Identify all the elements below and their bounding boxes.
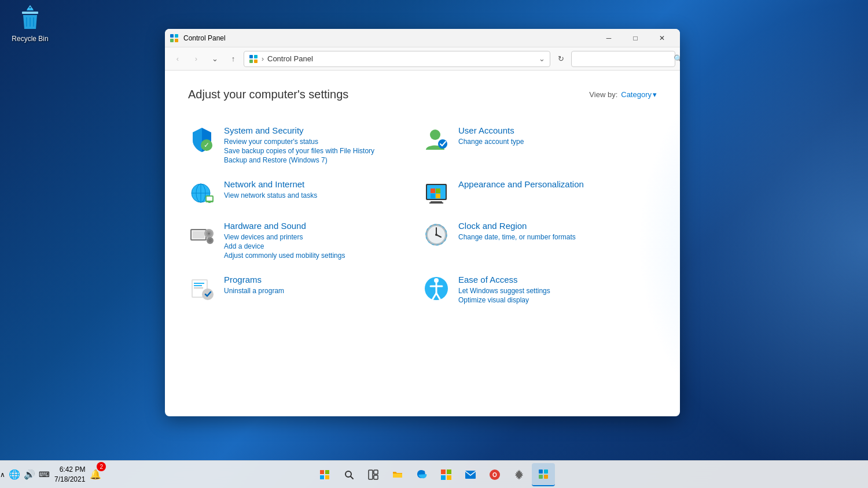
category-ease-access: Ease of Access Let Windows suggest setti… — [422, 268, 657, 312]
maximize-button[interactable]: □ — [622, 29, 649, 47]
network-internet-title[interactable]: Network and Internet — [224, 179, 413, 189]
backup-files-link[interactable]: Save backup copies of your files with Fi… — [224, 147, 413, 155]
svg-rect-6 — [254, 55, 258, 58]
svg-point-12 — [438, 139, 447, 149]
svg-rect-27 — [429, 202, 443, 204]
svg-rect-65 — [447, 469, 451, 474]
recycle-bin[interactable]: Recycle Bin — [7, 5, 53, 43]
category-appearance: Appearance and Personalization — [422, 172, 657, 214]
uninstall-link[interactable]: Uninstall a program — [224, 287, 413, 295]
notification-badge: 2 — [97, 462, 106, 471]
review-status-link[interactable]: Review your computer's status — [224, 138, 413, 146]
mobility-settings-link[interactable]: Adjust commonly used mobility settings — [224, 252, 413, 260]
backup-restore-link[interactable]: Backup and Restore (Windows 7) — [224, 156, 413, 164]
view-by-value[interactable]: Category ▾ — [621, 90, 657, 99]
address-field[interactable]: › Control Panel ⌄ — [244, 51, 550, 67]
clock[interactable]: 6:42 PM 7/18/2021 — [54, 465, 85, 485]
svg-rect-64 — [441, 469, 446, 474]
back-button[interactable]: ‹ — [170, 51, 186, 67]
start-button[interactable] — [313, 463, 336, 486]
date-time-link[interactable]: Change date, time, or number formats — [458, 233, 648, 241]
svg-text:O: O — [492, 472, 497, 478]
close-button[interactable]: ✕ — [649, 29, 675, 47]
edge-icon — [416, 469, 428, 480]
taskbar-search-icon — [344, 469, 354, 480]
search-box[interactable]: 🔍 — [571, 51, 675, 67]
clock-region-content: Clock and Region Change date, time, or n… — [458, 221, 648, 242]
file-explorer-button[interactable] — [386, 463, 409, 486]
taskbar-search-button[interactable] — [337, 463, 361, 486]
forward-button[interactable]: › — [188, 51, 204, 67]
network-status-link[interactable]: View network status and tasks — [224, 191, 413, 199]
svg-rect-57 — [325, 475, 329, 479]
address-separator: › — [262, 55, 264, 63]
hardware-sound-title[interactable]: Hardware and Sound — [224, 221, 413, 231]
office-button[interactable]: O — [483, 463, 506, 486]
control-panel-window: Control Panel ─ □ ✕ ‹ › ⌄ ↑ › Control — [165, 29, 680, 416]
ease-access-title[interactable]: Ease of Access — [458, 275, 648, 284]
settings-icon — [513, 469, 525, 480]
svg-text:✓: ✓ — [204, 141, 209, 149]
search-input[interactable] — [576, 54, 674, 63]
category-clock-region: Clock and Region Change date, time, or n… — [422, 214, 657, 268]
page-title: Adjust your computer's settings — [188, 88, 348, 101]
window-controls: ─ □ ✕ — [595, 29, 675, 47]
svg-rect-74 — [539, 475, 543, 479]
programs-title[interactable]: Programs — [224, 275, 413, 284]
svg-point-33 — [208, 232, 210, 235]
svg-rect-7 — [249, 60, 253, 63]
svg-rect-8 — [254, 60, 258, 63]
network-internet-content: Network and Internet View network status… — [224, 179, 413, 201]
network-icon[interactable]: 🌐 — [9, 469, 20, 480]
svg-rect-54 — [320, 470, 324, 474]
notification-area[interactable]: 🔔 2 — [90, 469, 106, 480]
user-accounts-title[interactable]: User Accounts — [458, 125, 648, 135]
svg-rect-63 — [393, 474, 402, 478]
task-view-button[interactable] — [362, 463, 385, 486]
svg-rect-5 — [249, 55, 253, 58]
system-security-title[interactable]: System and Security — [224, 125, 413, 135]
microsoft-store-button[interactable] — [435, 463, 458, 486]
recent-locations-button[interactable]: ⌄ — [207, 51, 223, 67]
devices-printers-link[interactable]: View devices and printers — [224, 233, 413, 241]
add-device-link[interactable]: Add a device — [224, 242, 413, 250]
volume-icon[interactable]: 🔊 — [24, 469, 35, 480]
visual-display-link[interactable]: Optimize visual display — [458, 296, 648, 304]
svg-rect-55 — [325, 470, 329, 474]
address-dropdown-icon[interactable]: ⌄ — [539, 54, 545, 63]
svg-rect-2 — [175, 34, 178, 38]
svg-rect-46 — [194, 287, 203, 289]
view-by-control: View by: Category ▾ — [589, 90, 657, 99]
task-view-icon — [368, 469, 378, 480]
settings-button[interactable] — [507, 463, 531, 486]
minimize-button[interactable]: ─ — [595, 29, 622, 47]
time-display: 6:42 PM — [54, 465, 85, 475]
category-system-security: ✓ System and Security Review your comput… — [188, 119, 422, 172]
network-internet-icon — [188, 179, 216, 207]
refresh-button[interactable]: ↻ — [553, 51, 569, 67]
mail-button[interactable] — [459, 463, 482, 486]
svg-rect-61 — [374, 470, 378, 474]
up-button[interactable]: ↑ — [225, 51, 241, 67]
show-hidden-icons-button[interactable]: ∧ — [0, 471, 5, 479]
mail-icon — [465, 470, 476, 479]
taskbar: O ∧ — [0, 460, 868, 488]
windows-suggest-link[interactable]: Let Windows suggest settings — [458, 287, 648, 295]
taskbar-center: O — [313, 463, 555, 486]
svg-rect-22 — [431, 188, 435, 193]
clock-region-title[interactable]: Clock and Region — [458, 221, 648, 231]
view-by-category: Category — [621, 90, 652, 99]
control-panel-taskbar-button[interactable] — [532, 463, 555, 486]
svg-rect-19 — [208, 201, 211, 203]
programs-icon — [188, 275, 216, 302]
svg-rect-0 — [22, 12, 38, 14]
hardware-sound-icon — [188, 221, 216, 249]
change-account-link[interactable]: Change account type — [458, 138, 648, 146]
category-network-internet: Network and Internet View network status… — [188, 172, 422, 214]
keyboard-icon[interactable]: ⌨ — [39, 470, 50, 479]
appearance-title[interactable]: Appearance and Personalization — [458, 179, 648, 189]
svg-point-35 — [208, 239, 212, 242]
svg-line-59 — [351, 476, 353, 479]
edge-browser-button[interactable] — [410, 463, 433, 486]
categories-grid: ✓ System and Security Review your comput… — [188, 119, 657, 312]
